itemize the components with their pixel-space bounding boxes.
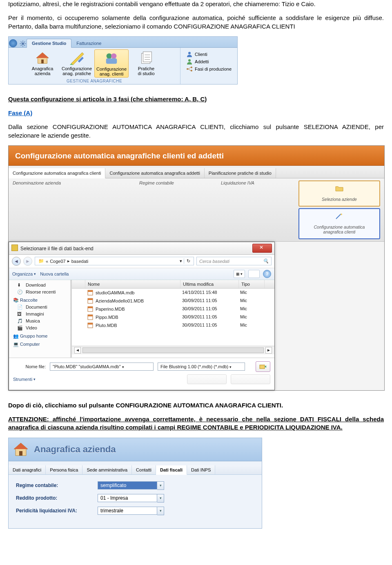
tab-dati-anagrafici[interactable]: Dati anagrafici [9,465,46,474]
sidebar-item-documenti[interactable]: 📄Documenti [9,304,70,311]
gear-icon[interactable] [19,40,27,47]
sidebar-group-computer[interactable]: 💻 Computer [9,340,70,348]
search-input[interactable]: Cerca basedati 🔍 [196,257,272,265]
view-mode-button[interactable]: ▦ ▾ [234,270,245,278]
fase-a-link[interactable]: Fase (A) [8,109,32,116]
file-name: AziendaModello01.MDB [96,298,144,303]
label-periodicita-iva: Peridicità liquidazioni IVA: [16,508,98,514]
svg-line-8 [24,42,25,42]
tab-pianificazione[interactable]: Pianificazione pratiche di studio [205,168,276,178]
ribbon-tab-fatturazione[interactable]: Fatturazione [71,39,106,47]
chevron-down-icon[interactable]: ▾ [157,507,164,515]
house-icon [35,50,50,66]
ribbon-item-config-clienti[interactable]: Configurazione anag. clienti [94,49,129,78]
sidebar-item-recenti[interactable]: 🕘Risorse recenti [9,289,70,296]
flow-icon [186,66,193,72]
col-hdr-modifica[interactable]: Ultima modifica [180,280,239,288]
svg-point-31 [341,214,342,215]
tab-dati-fiscali[interactable]: Dati fiscali [156,465,187,475]
tab-config-clienti[interactable]: Configurazione automatica anagrafica cli… [9,168,105,178]
file-row[interactable]: Pippo.MDB30/09/2011 11:05Mic [72,313,274,321]
path-seg[interactable]: basedati [71,259,89,264]
tab-config-addetti[interactable]: Configurazione automatica anagrafica add… [105,168,204,178]
mdb-file-icon [87,314,93,320]
breadcrumb-path[interactable]: 📁 « Coge07 ▸ basedati ▾ ↻ [35,257,194,265]
col-hdr-tipo[interactable]: Tipo [239,280,265,288]
paragraph-dopo: Dopo di ciò, clicchiamo sul pulsante CON… [8,401,384,409]
btn-seleziona-aziende[interactable]: Seleziona aziende [298,180,380,207]
search-placeholder: Cerca basedati [199,259,229,264]
sidebar-group-raccolte[interactable]: 📚 Raccolte [9,296,70,304]
svg-rect-42 [260,365,265,369]
scroll-left[interactable]: ◄ [74,347,81,354]
svg-point-23 [188,52,191,54]
file-row[interactable]: AziendaModello01.MDB30/09/2011 11:05Mic [72,297,274,305]
download-icon: ⬇ [17,282,23,288]
ribbon-mini-addetti[interactable]: Addetti [186,58,209,65]
ribbon-mini-fasi[interactable]: Fasi di produzione [186,66,232,72]
btn-config-auto-clienti[interactable]: Configurazione automatica anagrafica cli… [298,208,380,239]
svg-rect-41 [88,323,93,325]
ribbon-item-config-pratiche[interactable]: Configurazione anag. pratiche [60,49,94,78]
filetype-field[interactable]: File Blustring 1.00 (*.mdb) (*.mdb) ▾ [158,363,245,371]
label-regime-contabile: Regime contabile: [16,483,98,488]
ribbon-mini-label: Clienti [195,52,207,57]
app-menu-button[interactable] [9,39,17,47]
sidebar-group-gruppo-home[interactable]: 👥 Gruppo home [9,331,70,340]
ribbon-item-pratiche-studio[interactable]: Pratiche di studio [129,49,163,78]
file-row[interactable]: studioGAMMA.mdb14/10/2011 15:48Mic [72,289,274,297]
refresh-icon[interactable]: ↻ [184,258,190,264]
tab-dati-inps[interactable]: Dati INPS [187,465,215,474]
file-row[interactable]: Pluto.MDB30/09/2011 11:05Mic [72,321,274,329]
h-scrollbar[interactable]: ◄ ► [72,346,274,354]
select-reddito-prodotto[interactable]: 01 - Impresa ▾ [98,494,164,503]
svg-rect-35 [88,298,93,300]
tab-sede-amministrativa[interactable]: Sede amministrativa [82,465,132,474]
nuova-cartella[interactable]: Nuova cartella [40,271,69,276]
ribbon-mini-clienti[interactable]: Clienti [186,51,207,58]
back-button[interactable]: ◄ [12,257,21,266]
ribbon-item-label: Configurazione anag. pratiche [61,66,93,76]
svg-point-16 [111,53,116,58]
file-date: 30/09/2011 11:05 [180,313,238,321]
folder-icon: 📁 [38,258,44,264]
svg-rect-46 [19,451,22,456]
search-icon: 🔍 [263,258,269,264]
chevron-down-icon[interactable]: ▾ [157,494,164,503]
dialog-title: Selezionare il file di dati back-end [11,245,94,251]
col-hdr-nome[interactable]: Nome [85,280,180,288]
open-button-icon[interactable] [256,361,270,372]
sidebar-item-video[interactable]: 🎬Video [9,325,70,331]
tab-contatti[interactable]: Contatti [132,465,156,474]
sidebar-item-download[interactable]: ⬇Download [9,282,70,289]
ribbon-tab-gestione-studio[interactable]: Gestione Studio [27,39,71,48]
dialog-button-stub-2[interactable] [231,374,270,384]
file-open-dialog: Selezionare il file di dati back-end ◄ ►… [9,242,275,390]
sidebar-item-immagini[interactable]: 🖼Immagini [9,311,70,318]
organizza-menu[interactable]: Organizza▾ [12,271,36,276]
dialog-button-stub-1[interactable] [187,374,227,384]
sidebar-item-musica[interactable]: 🎵Musica [9,318,70,325]
ribbon-item-anagrafica-azienda[interactable]: Anagrafica azienda [26,49,59,78]
folder-open-icon [331,183,347,194]
select-value: semplificato [98,481,157,489]
wand-icon [331,211,347,222]
svg-rect-17 [106,58,117,64]
select-periodicita-iva[interactable]: trimestrale ▾ [98,507,164,515]
path-seg[interactable]: Coge07 [50,259,66,264]
mdb-file-icon [87,323,93,328]
tab-persona-fisica[interactable]: Persona fisica [46,465,82,474]
file-date: 30/09/2011 11:05 [180,321,238,329]
select-regime-contabile[interactable]: semplificato ▾ [98,481,164,490]
forward-button[interactable]: ► [23,257,32,266]
anagrafica-azienda-panel: Anagrafica azienda Dati anagrafici Perso… [8,438,262,529]
paragraph-intro-1: Ipotizziamo, altresì, che le registrazio… [8,0,384,8]
file-row[interactable]: Paperino.MDB30/09/2011 11:05Mic [72,305,274,313]
help-button[interactable]: ? [263,270,271,278]
close-button[interactable] [252,244,272,253]
scroll-right[interactable]: ► [265,347,272,354]
preview-pane-button[interactable] [248,270,260,278]
strumenti-menu[interactable]: Strumenti▾ [13,377,36,382]
nome-file-field[interactable]: "Pluto.MDB" "studioGAMMA.mdb" ▾ [50,363,154,371]
chevron-down-icon[interactable]: ▾ [157,481,164,490]
